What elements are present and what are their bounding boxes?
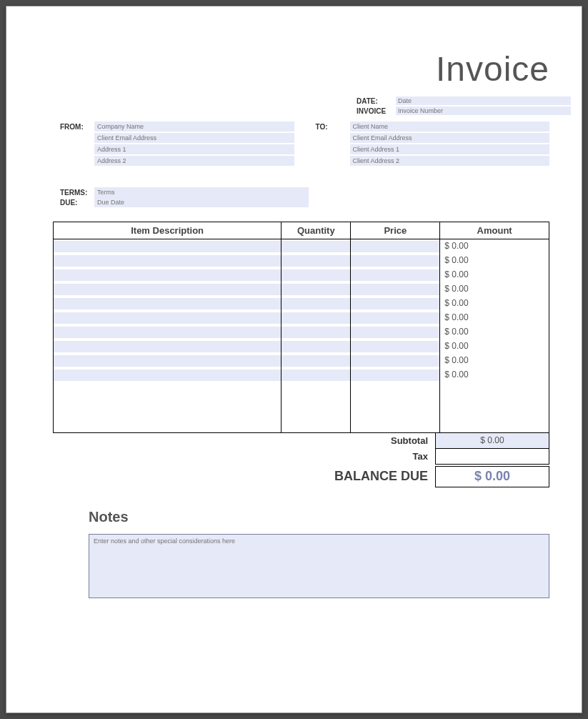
items-table: Item Description Quantity Price Amount $…: [53, 222, 549, 433]
to-name-input[interactable]: [350, 122, 550, 132]
item-amount-value: $ 0.00: [440, 339, 549, 354]
tax-value[interactable]: [435, 449, 549, 465]
subtotal-label: Subtotal: [307, 435, 435, 446]
item-quantity-input[interactable]: [281, 312, 350, 324]
item-description-input[interactable]: [54, 327, 281, 338]
invoice-meta: DATE: INVOICE: [357, 96, 571, 116]
item-price-input[interactable]: [351, 241, 439, 252]
item-price-input[interactable]: [351, 355, 439, 367]
item-quantity-input[interactable]: [281, 255, 350, 267]
item-amount-value: $ 0.00: [440, 282, 549, 297]
item-quantity-input[interactable]: [281, 241, 350, 252]
from-address2-input[interactable]: [94, 156, 294, 166]
item-description-input[interactable]: [54, 241, 281, 252]
item-quantity-input[interactable]: [281, 327, 350, 338]
col-amount: Amount: [440, 222, 549, 239]
invoice-page: Invoice DATE: INVOICE FROM: TO:: [6, 6, 582, 713]
item-quantity-input[interactable]: [281, 341, 350, 352]
table-row: $ 0.00: [54, 368, 549, 382]
item-description-input[interactable]: [54, 298, 281, 309]
page-title: Invoice: [17, 49, 571, 89]
item-quantity-input[interactable]: [281, 370, 350, 381]
due-label: DUE:: [60, 199, 89, 207]
terms-label: TERMS:: [60, 189, 89, 197]
tax-label: Tax: [307, 451, 435, 462]
item-description-input[interactable]: [54, 255, 281, 267]
from-label: FROM:: [60, 122, 89, 166]
to-address2-input[interactable]: [350, 156, 550, 166]
item-amount-value: $ 0.00: [440, 311, 549, 325]
table-row: $ 0.00: [54, 354, 549, 368]
date-input[interactable]: [396, 96, 571, 105]
balance-due-value: $ 0.00: [435, 466, 549, 487]
table-row: $ 0.00: [54, 282, 549, 297]
item-price-input[interactable]: [351, 341, 439, 352]
col-description: Item Description: [54, 222, 281, 239]
subtotal-value: $ 0.00: [435, 433, 549, 449]
terms-block: TERMS: DUE:: [17, 187, 571, 207]
table-blank-row: [54, 382, 549, 432]
item-price-input[interactable]: [351, 298, 439, 309]
item-description-input[interactable]: [54, 284, 281, 295]
totals-block: Subtotal $ 0.00 Tax BALANCE DUE $ 0.00: [307, 433, 549, 487]
date-label: DATE:: [357, 97, 396, 105]
item-amount-value: $ 0.00: [440, 325, 549, 339]
item-quantity-input[interactable]: [281, 269, 350, 281]
item-amount-value: $ 0.00: [440, 239, 549, 254]
item-quantity-input[interactable]: [281, 298, 350, 309]
item-amount-value: $ 0.00: [440, 354, 549, 368]
to-block: TO:: [316, 122, 550, 166]
from-company-input[interactable]: [94, 122, 294, 132]
item-description-input[interactable]: [54, 269, 281, 281]
item-price-input[interactable]: [351, 312, 439, 324]
terms-input[interactable]: [94, 187, 309, 197]
due-date-input[interactable]: [94, 197, 309, 207]
table-row: $ 0.00: [54, 339, 549, 354]
invoice-number-label: INVOICE: [357, 107, 396, 115]
from-address1-input[interactable]: [94, 144, 294, 154]
to-address1-input[interactable]: [350, 144, 550, 154]
item-description-input[interactable]: [54, 312, 281, 324]
item-price-input[interactable]: [351, 284, 439, 295]
item-description-input[interactable]: [54, 355, 281, 367]
item-quantity-input[interactable]: [281, 284, 350, 295]
table-row: $ 0.00: [54, 311, 549, 325]
table-row: $ 0.00: [54, 239, 549, 254]
from-block: FROM:: [60, 122, 294, 166]
parties-row: FROM: TO:: [17, 122, 571, 166]
item-amount-value: $ 0.00: [440, 297, 549, 311]
notes-title: Notes: [89, 509, 549, 525]
from-email-input[interactable]: [94, 133, 294, 143]
to-email-input[interactable]: [350, 133, 550, 143]
balance-due-label: BALANCE DUE: [307, 469, 435, 484]
item-price-input[interactable]: [351, 269, 439, 281]
table-row: $ 0.00: [54, 268, 549, 282]
item-description-input[interactable]: [54, 370, 281, 381]
item-description-input[interactable]: [54, 341, 281, 352]
to-label: TO:: [316, 122, 344, 166]
table-row: $ 0.00: [54, 297, 549, 311]
item-amount-value: $ 0.00: [440, 268, 549, 282]
invoice-number-input[interactable]: [396, 106, 571, 115]
item-quantity-input[interactable]: [281, 355, 350, 367]
table-row: $ 0.00: [54, 254, 549, 268]
item-amount-value: $ 0.00: [440, 368, 549, 382]
item-price-input[interactable]: [351, 327, 439, 338]
notes-textarea[interactable]: [89, 534, 549, 598]
table-row: $ 0.00: [54, 325, 549, 339]
item-amount-value: $ 0.00: [440, 254, 549, 268]
item-price-input[interactable]: [351, 255, 439, 267]
item-price-input[interactable]: [351, 370, 439, 381]
col-quantity: Quantity: [281, 222, 351, 239]
col-price: Price: [351, 222, 440, 239]
notes-section: Notes: [17, 487, 571, 601]
